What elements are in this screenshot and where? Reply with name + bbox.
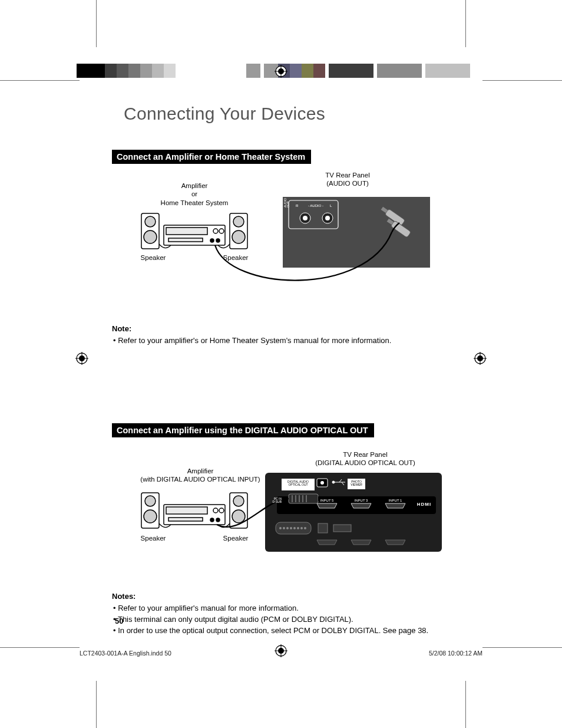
svg-point-20 [233,216,244,227]
svg-point-66 [300,527,303,529]
svg-point-17 [145,216,156,227]
crop-mark [0,80,80,81]
note-heading: Note: [112,324,459,333]
svg-point-28 [216,239,220,242]
svg-rect-49 [168,518,203,521]
port-label-input1: INPUT 1 [385,499,405,502]
svg-point-40 [145,496,156,506]
section-heading-amplifier: Connect an Amplifier or Home Theater Sys… [112,150,311,164]
port-label-input3: INPUT 3 [351,499,371,502]
crop-mark [482,647,562,648]
label-rear-panel-2: TV Rear Panel [343,451,387,458]
svg-point-50 [210,518,214,522]
svg-point-25 [219,229,224,233]
svg-point-61 [283,527,285,529]
svg-point-65 [297,527,299,529]
svg-rect-68 [318,523,328,533]
svg-point-55 [320,481,324,485]
svg-point-43 [233,496,244,506]
footer-filename: LCT2403-001A-A English.indd 50 [80,650,171,657]
label-home-theater: Home Theater System [161,199,229,206]
page-content: Connecting Your Devices Connect an Ampli… [112,104,459,636]
port-label-optical-2: OPTICAL OUT [288,483,308,486]
svg-point-44 [232,510,245,523]
note-item: Refer to your amplifier's or Home Theate… [112,335,459,347]
footer-timestamp: 5/2/08 10:00:12 AM [429,650,482,657]
svg-point-21 [232,230,245,243]
label-speaker-right: Speaker [218,253,253,262]
port-label-input5: INPUT 5 [317,499,337,502]
svg-rect-69 [333,525,351,532]
label-optical-out: (DIGITAL AUDIO OPTICAL OUT) [315,459,415,466]
port-label-photo-2: VIEWER [351,483,362,486]
label-speaker-left-2: Speaker [135,534,171,542]
section-heading-optical: Connect an Amplifier using the DIGITAL A… [112,423,374,437]
svg-point-64 [293,527,296,529]
crop-mark [465,0,466,47]
label-amplifier: Amplifier [181,182,208,189]
crop-mark [96,0,97,47]
label-audio-out: (AUDIO OUT) [326,180,369,187]
svg-point-27 [210,239,214,242]
note-block-1: Note: Refer to your amplifier's or Home … [112,324,459,347]
crop-mark [0,647,80,648]
svg-point-48 [219,508,224,513]
svg-rect-46 [166,507,207,514]
note-block-2: Notes: Refer to your amplifier's manual … [112,592,459,637]
port-label-l: L [330,204,332,207]
svg-point-34 [325,216,330,220]
print-footer: LCT2403-001A-A English.indd 50 5/2/08 10… [80,650,482,657]
port-label-hdmi: HDMI [412,502,436,507]
label-speaker-left: Speaker [135,253,171,262]
svg-point-47 [213,508,218,513]
label-speaker-right-2: Speaker [218,534,253,542]
svg-rect-70 [289,494,318,503]
svg-rect-23 [166,228,207,235]
crop-mark [465,681,466,728]
svg-point-51 [216,518,220,522]
label-rear-panel: TV Rear Panel [325,172,369,179]
page-number: 50 [115,617,123,625]
port-label-audio-out: AUDIO OUT [284,203,290,207]
diagram-amplifier: Amplifier or Home Theater System Speaker… [112,179,442,297]
registration-mark-icon [275,65,287,78]
svg-point-67 [304,527,306,529]
page-title: Connecting Your Devices [124,104,459,124]
svg-point-32 [303,216,308,220]
port-label-pcin-2: D-SUB [272,500,282,503]
crop-mark [96,681,97,728]
note-item: This terminal can only output digital au… [112,614,459,625]
port-label-audio: - AUDIO - [304,204,328,207]
label-or: or [191,190,197,197]
svg-point-24 [213,229,218,233]
note-item: In order to use the optical output conne… [112,625,459,637]
crop-mark [482,80,562,81]
svg-point-41 [144,510,157,523]
label-amp-optical-input: (with DIGITAL AUDIO OPTICAL INPUT) [140,476,260,483]
svg-point-63 [290,527,292,529]
registration-mark-icon [75,352,88,365]
svg-point-62 [286,527,289,529]
port-label-r: R [296,204,298,207]
note-item: Refer to your amplifier's manual for mor… [112,603,459,614]
svg-point-56 [332,481,335,483]
diagram-optical: Amplifier (with DIGITAL AUDIO OPTICAL IN… [112,453,442,571]
svg-point-18 [144,230,157,243]
svg-rect-26 [168,238,203,242]
registration-mark-icon [474,352,487,365]
svg-point-60 [279,527,282,529]
notes-heading-2: Notes: [112,592,459,601]
label-amplifier-2: Amplifier [187,467,214,475]
